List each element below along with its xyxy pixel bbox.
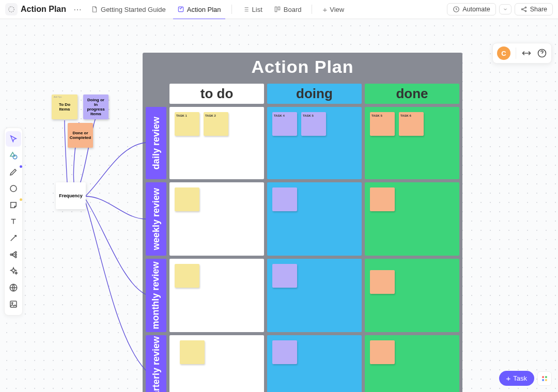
ai-tool-icon[interactable] [6, 263, 21, 279]
tab-list[interactable]: List [238, 0, 267, 19]
top-toolbar: Action Plan ⋯ Getting Started Guide Acti… [0, 0, 558, 19]
sticky-blank[interactable] [370, 340, 395, 364]
tab-getting-started[interactable]: Getting Started Guide [87, 0, 170, 19]
image-tool-icon[interactable] [6, 296, 21, 312]
legend-label: Done or Completed [70, 131, 91, 140]
tab-action-plan[interactable]: Action Plan [173, 0, 225, 19]
svg-point-13 [15, 256, 17, 258]
sticky-task[interactable]: TASK 5 [370, 112, 395, 136]
frequency-node[interactable]: Frequency [56, 182, 86, 209]
add-view-button[interactable]: + View [318, 0, 348, 19]
svg-rect-15 [10, 301, 17, 307]
more-options-icon[interactable]: ⋯ [71, 5, 84, 14]
apps-button[interactable] [537, 371, 552, 386]
cell-monthly-done[interactable] [365, 259, 459, 332]
svg-rect-18 [542, 376, 544, 378]
select-tool-icon[interactable] [6, 131, 21, 147]
row-daily: daily review TASK 1 TASK 2 TASK 4 TASK 5… [146, 107, 459, 179]
sticky-blank[interactable] [175, 187, 199, 211]
sticky-task[interactable]: TASK 6 [399, 112, 424, 136]
help-icon[interactable] [537, 48, 547, 58]
column-header-todo: to do [169, 84, 264, 104]
new-task-button[interactable]: + Task [499, 371, 535, 386]
frequency-label: Frequency [59, 193, 83, 198]
cell-monthly-todo[interactable] [169, 259, 264, 332]
tab-label: View [330, 6, 344, 13]
cell-daily-doing[interactable]: TASK 4 TASK 5 [267, 107, 362, 179]
sticky-task[interactable]: TASK 1 [175, 112, 199, 136]
share-button[interactable]: Share [515, 3, 553, 15]
row-weekly: weekly review [146, 182, 459, 256]
pen-tool-icon[interactable] [6, 164, 21, 180]
separator [312, 5, 312, 14]
circle-tool-icon[interactable] [6, 181, 21, 196]
row-quarterly: quarterly review [146, 335, 459, 392]
collaborator-panel: C [492, 43, 552, 64]
text-tool-icon[interactable] [6, 214, 21, 229]
svg-point-5 [521, 9, 522, 10]
mindmap-tool-icon[interactable] [6, 247, 21, 262]
action-plan-board[interactable]: Action Plan to do doing done daily revie… [143, 53, 462, 392]
column-header-done: done [365, 84, 459, 104]
board-title: Action Plan [143, 53, 462, 81]
page-title[interactable]: Action Plan [21, 5, 66, 14]
svg-rect-19 [545, 376, 547, 378]
shapes-tool-icon[interactable] [6, 148, 21, 163]
svg-rect-1 [178, 7, 183, 11]
svg-rect-20 [542, 379, 544, 381]
avatar[interactable]: C [497, 46, 510, 60]
sticky-note-tool-icon[interactable] [6, 197, 21, 213]
legend-note-todo[interactable]: Add Tips To Do Items [52, 95, 78, 119]
sticky-blank[interactable] [272, 340, 297, 364]
row-label-quarterly: quarterly review [146, 335, 166, 392]
legend-label: To Do Items [54, 102, 75, 112]
cell-quarterly-todo[interactable] [169, 335, 264, 392]
separator [231, 5, 232, 14]
automate-dropdown[interactable] [499, 4, 512, 14]
row-label-daily: daily review [146, 107, 166, 179]
svg-point-9 [10, 185, 17, 192]
column-header-doing: doing [267, 84, 362, 104]
sticky-blank[interactable] [370, 270, 395, 294]
svg-point-0 [9, 7, 14, 12]
sticky-blank[interactable] [370, 187, 395, 211]
sticky-blank[interactable] [175, 264, 199, 288]
legend-label: Doing or In progress Items [85, 98, 106, 117]
web-tool-icon[interactable] [6, 280, 21, 295]
cell-daily-todo[interactable]: TASK 1 TASK 2 [169, 107, 264, 179]
svg-point-7 [525, 10, 526, 11]
cell-monthly-doing[interactable] [267, 259, 362, 332]
share-label: Share [530, 6, 547, 13]
svg-point-12 [15, 254, 17, 256]
whiteboard-icon[interactable] [5, 3, 18, 15]
cell-weekly-todo[interactable] [169, 182, 264, 256]
whiteboard-canvas[interactable]: C Add Tips To Do Items Doing or In progr… [0, 19, 558, 392]
automate-button[interactable]: Automate [447, 3, 496, 15]
svg-rect-21 [545, 379, 547, 381]
cell-weekly-doing[interactable] [267, 182, 362, 256]
automate-label: Automate [462, 6, 490, 13]
cell-daily-done[interactable]: TASK 5 TASK 6 [365, 107, 459, 179]
sticky-blank[interactable] [272, 187, 297, 211]
sticky-blank[interactable] [272, 264, 297, 288]
svg-point-6 [525, 7, 526, 8]
svg-point-10 [10, 254, 12, 256]
fit-width-icon[interactable] [521, 48, 532, 58]
legend-note-doing[interactable]: Doing or In progress Items [83, 95, 109, 119]
connector-tool-icon[interactable] [6, 230, 21, 246]
tab-label: Action Plan [187, 6, 221, 13]
row-label-weekly: weekly review [146, 182, 166, 256]
cell-quarterly-doing[interactable] [267, 335, 362, 392]
sticky-task[interactable]: TASK 5 [301, 112, 326, 136]
svg-rect-2 [275, 7, 277, 11]
sticky-blank[interactable] [180, 340, 205, 364]
sticky-task[interactable]: TASK 4 [272, 112, 297, 136]
tab-board[interactable]: Board [270, 0, 306, 19]
drawing-toolbar [4, 128, 23, 316]
legend-note-done[interactable]: Done or Completed [68, 123, 93, 148]
cell-quarterly-done[interactable] [365, 335, 459, 392]
svg-rect-3 [278, 7, 280, 10]
row-monthly: monthly review [146, 259, 459, 332]
sticky-task[interactable]: TASK 2 [204, 112, 228, 136]
cell-weekly-done[interactable] [365, 182, 459, 256]
